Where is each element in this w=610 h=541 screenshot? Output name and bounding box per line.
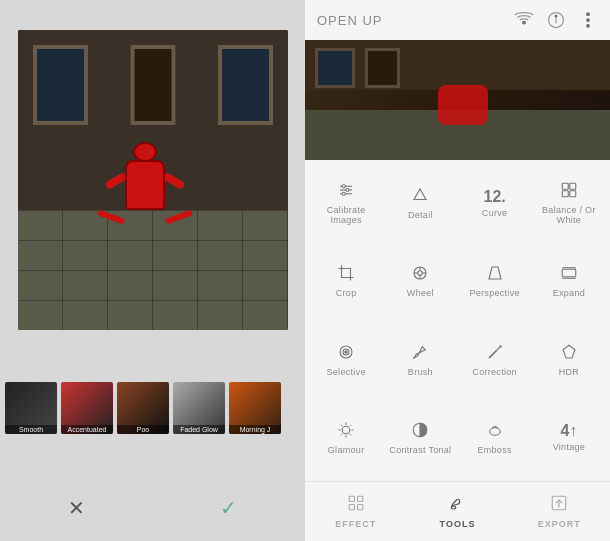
svg-marker-33 — [563, 345, 575, 358]
emboss-icon — [486, 421, 504, 442]
glamour-label: Glamour — [328, 445, 365, 455]
brush-icon — [411, 343, 429, 364]
top-bar: OPEN UP — [305, 0, 610, 40]
frame-center — [130, 45, 175, 125]
svg-point-34 — [342, 426, 350, 434]
tool-contrast[interactable]: Contrast Tonal — [384, 400, 456, 476]
expand-icon — [560, 264, 578, 285]
svg-point-36 — [489, 428, 500, 436]
tool-calibrate[interactable]: Calibrate Images — [310, 165, 382, 241]
vintage-icon: 4↑ — [560, 423, 577, 439]
nav-tools[interactable]: TOOLS — [407, 482, 509, 541]
curve-icon: 12. — [484, 189, 506, 205]
wheel-icon — [411, 264, 429, 285]
tool-balance[interactable]: Balance / Or White — [533, 165, 605, 241]
svg-point-3 — [555, 15, 557, 17]
detail-label: Detail — [408, 210, 433, 220]
thumbnail-4[interactable]: Faded Glow — [173, 382, 225, 434]
top-bar-icons — [514, 10, 598, 30]
svg-point-19 — [418, 271, 423, 276]
bottom-nav: EFFECT TOOLS EXPORT — [305, 481, 610, 541]
thumb-label-3: Poo — [117, 425, 169, 434]
hdr-label: HDR — [559, 367, 579, 377]
selective-label: Selective — [327, 367, 366, 377]
thumbnail-2[interactable]: Accentuated — [61, 382, 113, 434]
app-title: OPEN UP — [317, 13, 383, 28]
tools-icon — [449, 494, 467, 516]
tool-crop[interactable]: Crop — [310, 243, 382, 319]
tools-grid: Calibrate Images Detail 12. Curve — [305, 160, 610, 481]
svg-marker-13 — [414, 189, 426, 200]
spider-arm-right — [162, 172, 185, 190]
tool-vintage[interactable]: 4↑ Vintage — [533, 400, 605, 476]
tool-correction[interactable]: Correction — [459, 322, 531, 398]
perspective-icon — [486, 264, 504, 285]
right-panel: OPEN UP — [305, 0, 610, 541]
svg-rect-16 — [562, 191, 568, 197]
signal-icon[interactable] — [514, 10, 534, 30]
confirm-button[interactable]: ✓ — [211, 490, 247, 526]
svg-rect-25 — [562, 270, 576, 278]
svg-point-12 — [342, 192, 345, 195]
left-panel: Smooth Accentuated Poo Faded Glow Mornin… — [0, 0, 305, 541]
thumbnail-strip: Smooth Accentuated Poo Faded Glow Mornin… — [0, 382, 305, 434]
thumbnail-3[interactable]: Poo — [117, 382, 169, 434]
tool-glamour[interactable]: Glamour — [310, 400, 382, 476]
tool-detail[interactable]: Detail — [384, 165, 456, 241]
frame-right — [218, 45, 273, 125]
crop-label: Crop — [336, 288, 357, 298]
balance-icon — [560, 181, 578, 202]
tool-curve[interactable]: 12. Curve — [459, 165, 531, 241]
thumbnail-5[interactable]: Morning J — [229, 382, 281, 434]
nav-export[interactable]: EXPORT — [508, 482, 610, 541]
curve-label: Curve — [482, 208, 508, 218]
tool-wheel[interactable]: Wheel — [384, 243, 456, 319]
vintage-label: Vintage — [553, 442, 585, 452]
cancel-button[interactable]: ✕ — [58, 490, 94, 526]
tool-hdr[interactable]: HDR — [533, 322, 605, 398]
emboss-label: Emboss — [477, 445, 511, 455]
info-icon[interactable] — [546, 10, 566, 30]
tool-selective[interactable]: Selective — [310, 322, 382, 398]
svg-line-32 — [489, 350, 497, 358]
detail-icon — [411, 186, 429, 207]
effect-icon — [347, 494, 365, 516]
confirm-icon: ✓ — [220, 496, 237, 520]
crop-icon — [337, 264, 355, 285]
balance-label: Balance / Or White — [535, 205, 603, 225]
preview-bg — [305, 40, 610, 160]
more-icon[interactable] — [578, 10, 598, 30]
correction-label: Correction — [472, 367, 517, 377]
thumb-label-5: Morning J — [229, 425, 281, 434]
perspective-label: Perspective — [469, 288, 519, 298]
export-label: EXPORT — [538, 519, 581, 529]
thumb-label-1: Smooth — [5, 425, 57, 434]
selective-icon — [337, 343, 355, 364]
svg-point-4 — [587, 13, 590, 15]
tool-expand[interactable]: Expand — [533, 243, 605, 319]
svg-point-6 — [587, 25, 590, 28]
main-image — [18, 30, 288, 330]
wheel-label: Wheel — [407, 288, 434, 298]
spider-torso — [125, 160, 165, 210]
tool-brush[interactable]: Brush — [384, 322, 456, 398]
contrast-icon — [411, 421, 429, 442]
tool-emboss[interactable]: Emboss — [459, 400, 531, 476]
action-bar: ✕ ✓ — [0, 485, 305, 531]
tool-perspective[interactable]: Perspective — [459, 243, 531, 319]
svg-point-0 — [523, 21, 526, 24]
svg-point-11 — [346, 189, 349, 192]
svg-rect-17 — [570, 191, 576, 197]
thumbnail-1[interactable]: Smooth — [5, 382, 57, 434]
svg-rect-14 — [562, 183, 568, 189]
thumb-label-4: Faded Glow — [173, 425, 225, 434]
svg-point-10 — [342, 185, 345, 188]
tools-label: TOOLS — [440, 519, 476, 529]
calibrate-label: Calibrate Images — [312, 205, 380, 225]
spider-head — [133, 142, 157, 162]
effect-label: EFFECT — [335, 519, 376, 529]
expand-label: Expand — [553, 288, 585, 298]
svg-rect-15 — [570, 183, 576, 189]
nav-effect[interactable]: EFFECT — [305, 482, 407, 541]
frame-left — [33, 45, 88, 125]
